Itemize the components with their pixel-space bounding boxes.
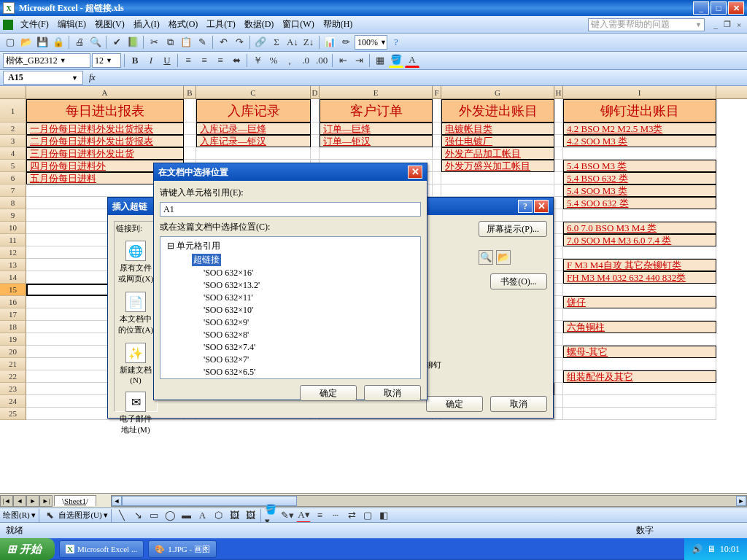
cell[interactable] (433, 147, 441, 160)
cell[interactable] (563, 358, 716, 370)
close-button[interactable]: ✕ (728, 1, 744, 15)
cell[interactable] (563, 308, 716, 321)
cell[interactable]: 入库记录—钜汉 (196, 135, 311, 147)
bookmark-button[interactable]: 书签(O)... (490, 273, 547, 289)
new-button[interactable]: ▢ (3, 35, 18, 50)
cell[interactable]: 螺母-其它 (563, 346, 716, 358)
cell[interactable]: 电镀帐目类 (441, 122, 554, 135)
row-header[interactable]: 22 (0, 370, 26, 383)
start-button[interactable]: ⊞开始 (0, 538, 55, 560)
dash-style-button[interactable]: ┄ (328, 508, 343, 523)
cell[interactable] (563, 284, 716, 296)
col-B[interactable]: B (184, 86, 196, 98)
cell[interactable] (554, 395, 563, 408)
print-button[interactable]: 🖨 (72, 35, 87, 50)
browse-web-button[interactable]: 🔍 (479, 250, 493, 265)
row-header[interactable]: 17 (0, 308, 26, 321)
row-header[interactable]: 3 (0, 135, 26, 147)
hyperlink-cancel-button[interactable]: 取消 (490, 396, 547, 412)
cell[interactable] (554, 147, 563, 160)
row-header[interactable]: 19 (0, 333, 26, 346)
tab-last-button[interactable]: ►| (39, 495, 53, 507)
paste-button[interactable]: 📋 (179, 35, 193, 50)
permission-button[interactable]: 🔒 (51, 35, 66, 50)
align-center-button[interactable]: ≡ (197, 53, 212, 68)
cell[interactable]: 5.4 SOO M3 类 (563, 184, 716, 197)
cell[interactable] (433, 122, 441, 135)
tree-item[interactable]: 'SOO 632×13.2' (163, 279, 418, 292)
cell[interactable] (433, 172, 441, 184)
col-H[interactable]: H (554, 86, 563, 98)
tree-item[interactable]: 'SOO 632×6.5' (163, 366, 418, 378)
col-C[interactable]: C (196, 86, 311, 98)
zoom-combo[interactable]: 100%▼ (355, 35, 387, 50)
cell[interactable]: 7.0 SOO M4 M3 6.0 7.4 类 (563, 234, 716, 246)
cell[interactable] (184, 147, 196, 160)
tab-next-button[interactable]: ► (26, 495, 39, 507)
col-F[interactable]: F (433, 86, 441, 98)
format-painter-button[interactable]: ✎ (195, 35, 209, 50)
fx-button[interactable]: fx (89, 72, 96, 83)
menu-format[interactable]: 格式(O) (164, 17, 203, 32)
place-cancel-button[interactable]: 取消 (364, 385, 421, 401)
font-color-button[interactable]: A (405, 53, 419, 68)
screen-tip-button[interactable]: 屏幕提示(P)... (479, 221, 547, 237)
fill-color-draw-button[interactable]: 🪣▾ (264, 508, 279, 523)
menu-tools[interactable]: 工具(T) (202, 17, 239, 32)
row-header[interactable]: 21 (0, 358, 26, 370)
menu-window[interactable]: 窗口(W) (278, 17, 318, 32)
undo-button[interactable]: ↶ (216, 35, 231, 50)
row-header[interactable]: 10 (0, 222, 26, 234)
cell[interactable] (554, 370, 563, 383)
cell[interactable]: 4.2 SOO M3 类 (563, 135, 716, 147)
cell[interactable]: 客户订单 (320, 99, 433, 122)
cell[interactable] (563, 395, 716, 408)
hyperlink-ok-button[interactable]: 确定 (426, 396, 483, 412)
name-box[interactable]: A15▼ (3, 71, 83, 85)
percent-button[interactable]: % (266, 53, 281, 68)
cell[interactable] (441, 172, 554, 184)
research-button[interactable]: 📗 (125, 35, 140, 50)
col-G[interactable]: G (441, 86, 554, 98)
cell[interactable] (554, 358, 563, 370)
dec-decimal-button[interactable]: .00 (314, 53, 329, 68)
cell[interactable]: 二月份每日进料外发出货报表 (26, 135, 184, 147)
line-button[interactable]: ╲ (115, 508, 129, 523)
maximize-button[interactable]: □ (711, 1, 727, 15)
cell[interactable] (196, 147, 311, 160)
font-name-combo[interactable]: 楷体_GB2312▼ (3, 53, 90, 68)
underline-button[interactable]: U (160, 53, 174, 68)
linkto-current[interactable]: 📄本文档中的位置(A) (116, 287, 155, 338)
picture-button[interactable]: 🖼 (243, 508, 258, 523)
cell[interactable]: 订单—巨烽 (320, 122, 433, 135)
merge-button[interactable]: ⬌ (229, 53, 244, 68)
cell[interactable] (554, 271, 563, 284)
menu-view[interactable]: 视图(V) (90, 17, 129, 32)
cell[interactable] (554, 246, 563, 259)
cell[interactable] (554, 135, 563, 147)
help-search-input[interactable]: 键入需要帮助的问题▼ (588, 18, 705, 31)
draw-menu[interactable]: 绘图(R) ▾ (3, 510, 36, 521)
scroll-right-button[interactable]: ► (736, 496, 746, 506)
cell[interactable] (554, 346, 563, 358)
mdi-close[interactable]: × (734, 20, 744, 30)
col-A[interactable]: A (26, 86, 184, 98)
cell[interactable]: 5.4 BSO M3 类 (563, 160, 716, 172)
taskbar-paint[interactable]: 🎨1.JPG - 画图 (148, 540, 217, 558)
select-all-corner[interactable] (0, 86, 26, 98)
row-header[interactable]: 8 (0, 197, 26, 209)
cell[interactable]: 外发产品加工帐目 (441, 147, 554, 160)
cell[interactable]: 强仕电镀厂 (441, 135, 554, 147)
place-dialog-close-button[interactable]: ✕ (408, 166, 422, 179)
linkto-existing[interactable]: 🌐原有文件或网页(X) (116, 236, 155, 287)
redo-button[interactable]: ↷ (232, 35, 247, 50)
drawing-button[interactable]: ✏ (338, 35, 353, 50)
cell[interactable]: 入库记录 (196, 99, 311, 122)
open-button[interactable]: 📂 (19, 35, 34, 50)
cell[interactable] (554, 197, 563, 209)
cell[interactable]: 三月份每日进料外发出货 (26, 147, 184, 160)
help-button[interactable]: ? (389, 35, 403, 50)
borders-button[interactable]: ▦ (373, 53, 387, 68)
scroll-left-button[interactable]: ◄ (112, 496, 122, 506)
font-color-draw-button[interactable]: A▾ (296, 508, 311, 523)
